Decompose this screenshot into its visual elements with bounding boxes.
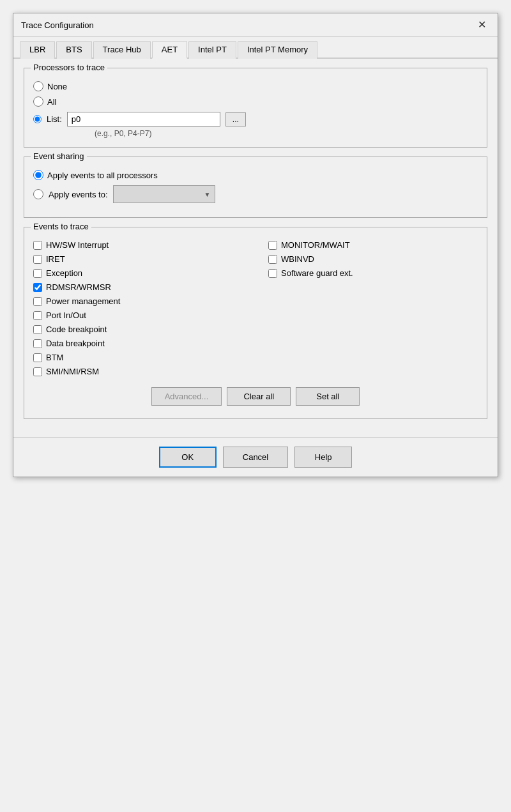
checkbox-code-breakpoint: Code breakpoint bbox=[33, 325, 256, 334]
wbinvd-label: WBINVD bbox=[281, 254, 314, 264]
apply-to-dropdown[interactable]: ▼ bbox=[113, 185, 215, 203]
code-breakpoint-checkbox[interactable] bbox=[33, 325, 42, 334]
content-area: Processors to trace None All List: ... (… bbox=[13, 59, 498, 437]
exception-checkbox[interactable] bbox=[33, 269, 42, 278]
checkbox-btm: BTM bbox=[33, 353, 256, 362]
monitor-mwait-checkbox[interactable] bbox=[268, 241, 277, 250]
checkbox-data-breakpoint: Data breakpoint bbox=[33, 339, 256, 348]
close-button[interactable]: ✕ bbox=[474, 19, 490, 31]
radio-list[interactable] bbox=[33, 115, 42, 123]
checkbox-smi-nmi-rsm: SMI/NMI/RSM bbox=[33, 367, 256, 376]
tab-intel-pt-memory[interactable]: Intel PT Memory bbox=[238, 41, 317, 59]
clear-all-button[interactable]: Clear all bbox=[227, 387, 291, 406]
power-management-checkbox[interactable] bbox=[33, 297, 42, 306]
dialog: Trace Configuration ✕ LBR BTS Trace Hub … bbox=[13, 13, 498, 477]
smi-nmi-rsm-checkbox[interactable] bbox=[33, 367, 42, 376]
set-all-button[interactable]: Set all bbox=[296, 387, 360, 406]
events-action-buttons: Advanced... Clear all Set all bbox=[33, 387, 478, 406]
rdmsr-label: RDMSR/WRMSR bbox=[46, 282, 111, 292]
browse-button[interactable]: ... bbox=[225, 112, 246, 126]
processors-group-label: Processors to trace bbox=[31, 63, 107, 72]
checkbox-hw-sw-interrupt: HW/SW Interrupt bbox=[33, 240, 256, 250]
radio-none[interactable] bbox=[33, 81, 43, 91]
advanced-button[interactable]: Advanced... bbox=[151, 387, 222, 406]
power-management-label: Power management bbox=[46, 296, 120, 306]
checkbox-exception: Exception bbox=[33, 268, 256, 278]
processors-group: Processors to trace None All List: ... (… bbox=[24, 68, 487, 148]
radio-all-label: All bbox=[47, 97, 56, 107]
radio-apply-to-row: Apply events to: ▼ bbox=[33, 185, 478, 203]
checkbox-port-in-out: Port In/Out bbox=[33, 310, 256, 320]
radio-apply-to-label: Apply events to: bbox=[49, 190, 108, 199]
checkbox-wbinvd: WBINVD bbox=[268, 254, 478, 264]
port-in-out-label: Port In/Out bbox=[46, 310, 86, 320]
checkbox-rdmsr: RDMSR/WRMSR bbox=[33, 282, 256, 292]
tab-intel-pt[interactable]: Intel PT bbox=[188, 41, 236, 59]
ok-button[interactable]: OK bbox=[159, 447, 217, 468]
btm-checkbox[interactable] bbox=[33, 353, 42, 362]
hint-text: (e.g., P0, P4-P7) bbox=[95, 129, 478, 138]
software-guard-ext-checkbox[interactable] bbox=[268, 269, 277, 278]
radio-none-row: None bbox=[33, 81, 478, 91]
event-sharing-label: Event sharing bbox=[31, 151, 87, 161]
checkbox-power-management: Power management bbox=[33, 296, 256, 306]
tab-trace-hub[interactable]: Trace Hub bbox=[93, 41, 151, 59]
events-left-column: HW/SW Interrupt IRET Exception RDMSR/WRM… bbox=[33, 240, 256, 381]
dialog-title: Trace Configuration bbox=[21, 20, 94, 30]
hw-sw-interrupt-label: HW/SW Interrupt bbox=[46, 240, 109, 250]
iret-checkbox[interactable] bbox=[33, 255, 42, 264]
chevron-down-icon: ▼ bbox=[204, 191, 211, 198]
tab-bts[interactable]: BTS bbox=[56, 41, 91, 59]
events-group-label: Events to trace bbox=[31, 222, 91, 231]
cancel-button[interactable]: Cancel bbox=[223, 447, 288, 468]
footer: OK Cancel Help bbox=[13, 437, 498, 477]
radio-all-processors-row: Apply events to all processors bbox=[33, 170, 478, 180]
hw-sw-interrupt-checkbox[interactable] bbox=[33, 241, 42, 250]
checkbox-monitor-mwait: MONITOR/MWAIT bbox=[268, 240, 478, 250]
list-input[interactable] bbox=[67, 112, 220, 126]
events-right-column: MONITOR/MWAIT WBINVD Software guard ext. bbox=[256, 240, 478, 381]
radio-all[interactable] bbox=[33, 96, 43, 107]
radio-list-row: List: ... bbox=[33, 112, 478, 126]
radio-all-processors[interactable] bbox=[33, 170, 43, 180]
software-guard-ext-label: Software guard ext. bbox=[281, 268, 353, 278]
data-breakpoint-label: Data breakpoint bbox=[46, 339, 105, 348]
tab-lbr[interactable]: LBR bbox=[20, 41, 55, 59]
checkbox-iret: IRET bbox=[33, 254, 256, 264]
radio-none-label: None bbox=[47, 82, 67, 91]
port-in-out-checkbox[interactable] bbox=[33, 311, 42, 320]
title-bar: Trace Configuration ✕ bbox=[13, 13, 498, 37]
code-breakpoint-label: Code breakpoint bbox=[46, 325, 107, 334]
btm-label: BTM bbox=[46, 353, 63, 362]
smi-nmi-rsm-label: SMI/NMI/RSM bbox=[46, 367, 99, 376]
radio-all-row: All bbox=[33, 96, 478, 107]
wbinvd-checkbox[interactable] bbox=[268, 255, 277, 264]
radio-apply-to[interactable] bbox=[33, 189, 43, 199]
events-group: Events to trace HW/SW Interrupt IRET Exc… bbox=[24, 227, 487, 419]
exception-label: Exception bbox=[46, 268, 82, 278]
iret-label: IRET bbox=[46, 254, 65, 264]
checkbox-software-guard-ext: Software guard ext. bbox=[268, 268, 478, 278]
radio-all-processors-label: Apply events to all processors bbox=[47, 171, 158, 180]
monitor-mwait-label: MONITOR/MWAIT bbox=[281, 240, 350, 250]
rdmsr-checkbox[interactable] bbox=[33, 283, 42, 292]
help-button[interactable]: Help bbox=[294, 447, 352, 468]
radio-list-label: List: bbox=[47, 114, 62, 124]
event-sharing-group: Event sharing Apply events to all proces… bbox=[24, 157, 487, 218]
tab-aet[interactable]: AET bbox=[152, 41, 187, 59]
data-breakpoint-checkbox[interactable] bbox=[33, 339, 42, 348]
tabs-container: LBR BTS Trace Hub AET Intel PT Intel PT … bbox=[13, 37, 498, 59]
